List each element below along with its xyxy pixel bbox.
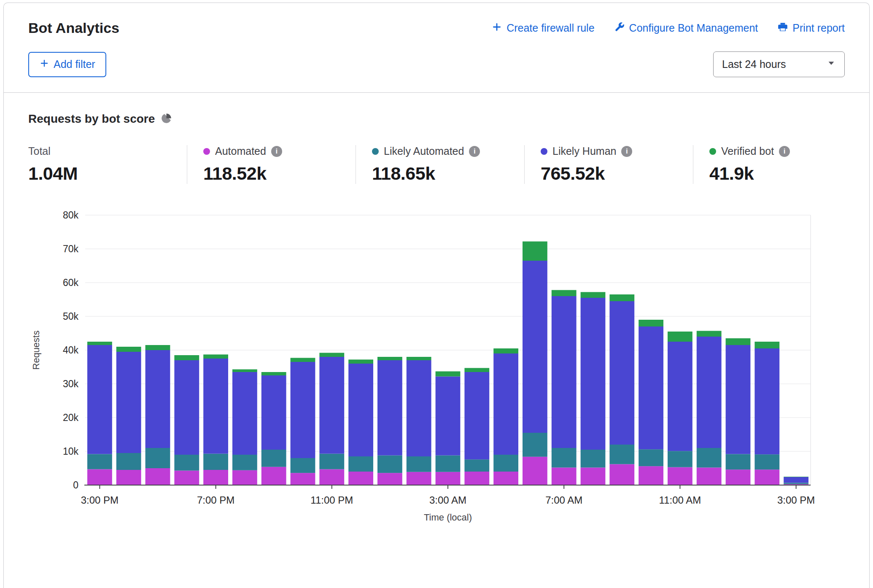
bar-segment-verified-bot[interactable] xyxy=(639,320,663,326)
bar-segment-likely-automated[interactable] xyxy=(754,454,779,469)
bar-segment-likely-automated[interactable] xyxy=(232,455,257,470)
bar-segment-verified-bot[interactable] xyxy=(174,355,199,360)
bar-segment-automated[interactable] xyxy=(609,464,634,485)
bar-segment-likely-human[interactable] xyxy=(697,337,722,448)
time-range-select[interactable]: Last 24 hours xyxy=(713,51,845,77)
bar-segment-automated[interactable] xyxy=(146,468,170,485)
bar-segment-likely-human[interactable] xyxy=(784,477,808,483)
bar-segment-verified-bot[interactable] xyxy=(116,347,141,352)
bar-segment-verified-bot[interactable] xyxy=(319,353,344,357)
bar-segment-likely-human[interactable] xyxy=(203,359,228,454)
bar-segment-likely-automated[interactable] xyxy=(784,483,808,484)
bar-segment-likely-human[interactable] xyxy=(436,376,461,455)
bar-segment-likely-human[interactable] xyxy=(726,345,751,454)
bar-segment-likely-human[interactable] xyxy=(291,362,315,458)
bar-segment-verified-bot[interactable] xyxy=(291,358,315,362)
info-icon[interactable] xyxy=(469,146,480,157)
bar-segment-verified-bot[interactable] xyxy=(754,342,779,348)
bar-segment-automated[interactable] xyxy=(116,470,141,485)
bar-segment-automated[interactable] xyxy=(87,469,112,485)
bar-segment-likely-human[interactable] xyxy=(581,298,606,450)
bar-segment-verified-bot[interactable] xyxy=(726,338,751,345)
bar-segment-verified-bot[interactable] xyxy=(261,372,286,375)
bar-segment-automated[interactable] xyxy=(639,466,663,485)
bar-segment-automated[interactable] xyxy=(232,470,257,485)
bar-segment-likely-automated[interactable] xyxy=(174,455,199,471)
bar-segment-automated[interactable] xyxy=(697,467,722,485)
bar-segment-likely-human[interactable] xyxy=(174,360,199,455)
bar-segment-automated[interactable] xyxy=(174,471,199,485)
bar-segment-verified-bot[interactable] xyxy=(493,348,518,353)
bar-segment-automated[interactable] xyxy=(668,467,692,485)
bar-segment-likely-automated[interactable] xyxy=(581,450,606,467)
bar-segment-automated[interactable] xyxy=(726,469,751,485)
bar-segment-verified-bot[interactable] xyxy=(203,354,228,359)
bar-segment-automated[interactable] xyxy=(377,473,402,485)
bar-segment-likely-automated[interactable] xyxy=(523,433,547,457)
bar-segment-automated[interactable] xyxy=(754,469,779,485)
bar-segment-automated[interactable] xyxy=(581,467,606,485)
bar-segment-automated[interactable] xyxy=(493,472,518,485)
bar-segment-likely-automated[interactable] xyxy=(87,454,112,469)
bar-segment-verified-bot[interactable] xyxy=(87,342,112,345)
bar-segment-likely-human[interactable] xyxy=(407,360,431,456)
bar-segment-likely-automated[interactable] xyxy=(407,456,431,472)
bar-segment-likely-automated[interactable] xyxy=(609,445,634,464)
bar-segment-likely-human[interactable] xyxy=(754,348,779,454)
bar-segment-verified-bot[interactable] xyxy=(232,370,257,372)
bar-segment-likely-automated[interactable] xyxy=(348,456,373,472)
bar-segment-automated[interactable] xyxy=(319,469,344,485)
bar-segment-automated[interactable] xyxy=(523,457,547,485)
bar-segment-likely-automated[interactable] xyxy=(639,449,663,466)
bar-segment-likely-human[interactable] xyxy=(319,357,344,454)
bar-segment-likely-automated[interactable] xyxy=(319,454,344,469)
bar-segment-verified-bot[interactable] xyxy=(784,477,808,477)
bar-segment-verified-bot[interactable] xyxy=(407,357,431,360)
bar-segment-verified-bot[interactable] xyxy=(668,332,692,342)
bar-segment-verified-bot[interactable] xyxy=(552,290,577,296)
create-firewall-rule-link[interactable]: Create firewall rule xyxy=(491,22,594,35)
bar-segment-likely-human[interactable] xyxy=(639,326,663,449)
bar-segment-likely-automated[interactable] xyxy=(116,453,141,470)
bar-segment-verified-bot[interactable] xyxy=(377,357,402,360)
bar-segment-likely-human[interactable] xyxy=(609,301,634,445)
bar-segment-likely-automated[interactable] xyxy=(464,459,489,472)
bar-segment-verified-bot[interactable] xyxy=(146,345,170,350)
bar-segment-automated[interactable] xyxy=(261,467,286,485)
bar-segment-likely-automated[interactable] xyxy=(668,451,692,467)
bar-segment-likely-automated[interactable] xyxy=(436,456,461,472)
bar-segment-likely-human[interactable] xyxy=(116,352,141,453)
info-icon[interactable] xyxy=(621,146,632,157)
bar-segment-likely-automated[interactable] xyxy=(726,454,751,469)
add-filter-button[interactable]: Add filter xyxy=(28,52,106,77)
bar-segment-automated[interactable] xyxy=(436,472,461,485)
bar-segment-verified-bot[interactable] xyxy=(523,241,547,261)
bar-segment-likely-human[interactable] xyxy=(232,372,257,455)
bar-segment-likely-human[interactable] xyxy=(668,342,692,451)
bar-segment-likely-human[interactable] xyxy=(493,353,518,455)
bar-segment-automated[interactable] xyxy=(464,472,489,485)
bar-segment-likely-automated[interactable] xyxy=(146,448,170,468)
bar-segment-likely-human[interactable] xyxy=(552,296,577,448)
configure-bot-management-link[interactable]: Configure Bot Management xyxy=(614,22,758,35)
info-icon[interactable] xyxy=(271,146,282,157)
bar-segment-verified-bot[interactable] xyxy=(697,331,722,337)
print-report-link[interactable]: Print report xyxy=(777,22,845,35)
bar-segment-likely-automated[interactable] xyxy=(291,458,315,473)
bar-segment-likely-human[interactable] xyxy=(523,261,547,433)
bar-segment-likely-automated[interactable] xyxy=(493,455,518,472)
bar-segment-likely-human[interactable] xyxy=(464,372,489,459)
bar-segment-verified-bot[interactable] xyxy=(609,294,634,301)
bar-segment-likely-human[interactable] xyxy=(377,360,402,456)
info-icon[interactable] xyxy=(779,146,790,157)
bar-segment-likely-human[interactable] xyxy=(348,364,373,456)
bar-segment-likely-automated[interactable] xyxy=(261,450,286,467)
bar-segment-verified-bot[interactable] xyxy=(464,368,489,372)
bar-segment-likely-human[interactable] xyxy=(146,350,170,448)
bar-segment-likely-human[interactable] xyxy=(87,345,112,454)
bar-segment-automated[interactable] xyxy=(552,467,577,485)
bar-segment-likely-automated[interactable] xyxy=(697,448,722,467)
bar-segment-automated[interactable] xyxy=(348,472,373,485)
bar-segment-likely-automated[interactable] xyxy=(377,456,402,473)
bar-segment-verified-bot[interactable] xyxy=(436,371,461,376)
